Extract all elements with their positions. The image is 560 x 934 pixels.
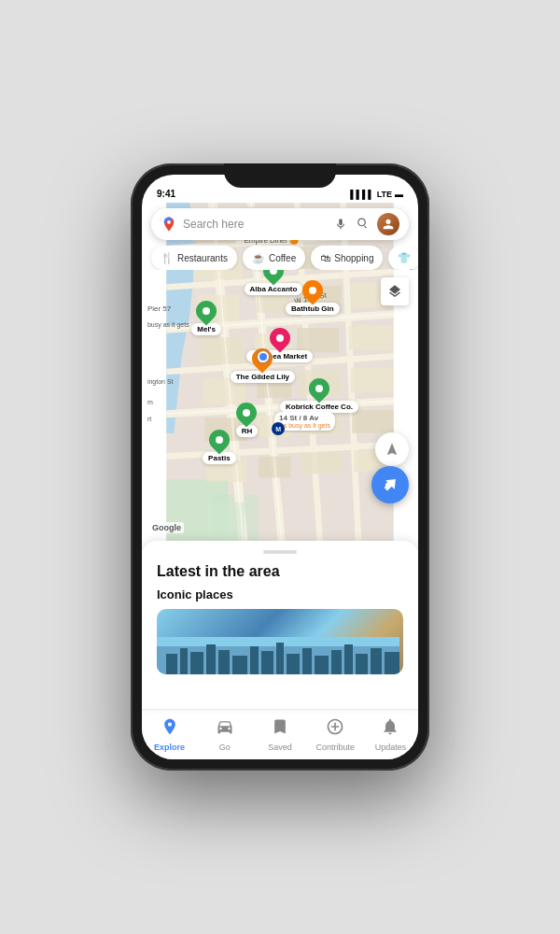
map-area[interactable]: Search here 🍴 Restaurants ☕ <box>142 203 418 541</box>
pin-pastis[interactable]: Pastis <box>203 430 236 464</box>
pier-busy-label: busy as it gets <box>147 321 189 328</box>
filter-chips: 🍴 Restaurants ☕ Coffee 🛍 Shopping 👕 <box>142 246 418 270</box>
restaurants-icon: 🍴 <box>161 252 174 264</box>
updates-label: Updates <box>375 743 407 752</box>
svg-rect-45 <box>206 644 216 674</box>
pin-bathtub-gin[interactable]: Bathtub Gin <box>286 280 340 315</box>
updates-icon <box>381 717 399 741</box>
signal-icon: ▌▌▌▌ <box>350 190 374 199</box>
shopping-icon: 🛍 <box>320 252 330 263</box>
svg-rect-53 <box>315 656 329 674</box>
ington-st-label: ington St <box>147 378 174 385</box>
svg-rect-47 <box>232 656 247 674</box>
notch <box>224 163 336 188</box>
rt-label: rt <box>147 416 151 422</box>
lens-icon[interactable] <box>355 216 371 233</box>
svg-rect-56 <box>356 654 368 674</box>
svg-rect-44 <box>190 652 203 674</box>
svg-rect-58 <box>385 652 399 674</box>
sub-title: Iconic places <box>157 587 403 601</box>
chip-more[interactable]: 👕 <box>388 246 418 270</box>
svg-rect-42 <box>166 654 177 674</box>
bottom-sheet: Latest in the area Iconic places <box>142 541 418 709</box>
google-map-logo: Google <box>149 522 184 533</box>
bottom-nav: Explore Go Saved Contribute <box>142 709 418 759</box>
search-placeholder: Search here <box>183 218 327 231</box>
battery-icon: ▬ <box>395 190 403 199</box>
go-label: Go <box>219 743 231 752</box>
nav-explore[interactable]: Explore <box>142 712 197 757</box>
sheet-handle <box>263 550 297 554</box>
search-bar[interactable]: Search here <box>151 208 409 240</box>
svg-rect-43 <box>180 648 188 674</box>
navigation-button[interactable] <box>375 432 409 466</box>
direction-button[interactable] <box>371 466 409 503</box>
svg-rect-48 <box>250 646 259 674</box>
contribute-icon <box>326 717 344 741</box>
pin-mels[interactable]: Mel's <box>191 301 221 335</box>
status-icons: ▌▌▌▌ LTE ▬ <box>350 190 403 199</box>
nav-saved[interactable]: Saved <box>252 712 307 757</box>
chip-coffee-label: Coffee <box>269 253 296 263</box>
nav-go[interactable]: Go <box>197 712 252 757</box>
chip-shopping-label: Shopping <box>334 253 373 263</box>
google-maps-logo <box>161 216 177 233</box>
svg-rect-49 <box>261 651 273 674</box>
svg-rect-50 <box>276 643 284 674</box>
shirt-icon: 👕 <box>398 252 411 264</box>
explore-label: Explore <box>154 743 185 752</box>
nav-updates[interactable]: Updates <box>363 712 418 757</box>
svg-rect-34 <box>301 452 342 474</box>
section-title: Latest in the area <box>157 563 403 580</box>
svg-rect-36 <box>208 502 245 541</box>
svg-rect-46 <box>218 650 230 674</box>
chip-coffee[interactable]: ☕ Coffee <box>243 246 305 270</box>
skyline-svg <box>157 637 399 674</box>
place-image[interactable] <box>157 609 403 674</box>
mic-icon[interactable] <box>332 216 349 233</box>
svg-rect-52 <box>302 648 312 674</box>
explore-icon <box>161 717 179 741</box>
svg-rect-31 <box>352 410 393 433</box>
svg-rect-51 <box>287 654 300 674</box>
nav-contribute[interactable]: Contribute <box>308 712 363 757</box>
coffee-icon: ☕ <box>252 252 265 264</box>
pin-rh[interactable]: RH <box>236 403 259 437</box>
svg-rect-23 <box>349 326 394 350</box>
saved-icon <box>271 717 289 741</box>
svg-rect-54 <box>331 650 342 674</box>
svg-rect-57 <box>371 648 382 674</box>
go-icon <box>216 717 234 741</box>
chip-restaurants-label: Restaurants <box>177 253 228 263</box>
saved-label: Saved <box>268 743 292 752</box>
phone-screen: 9:41 ▌▌▌▌ LTE ▬ <box>142 175 418 759</box>
user-avatar[interactable] <box>377 213 399 235</box>
chip-restaurants[interactable]: 🍴 Restaurants <box>151 246 237 270</box>
phone-frame: 9:41 ▌▌▌▌ LTE ▬ <box>131 163 429 771</box>
chip-shopping[interactable]: 🛍 Shopping <box>311 246 383 270</box>
pin-kobrick[interactable]: Kobrick Coffee Co. <box>280 378 358 413</box>
svg-rect-55 <box>344 644 353 674</box>
status-time: 9:41 <box>157 189 175 199</box>
pier-57-label: Pier 57 <box>147 304 171 313</box>
contribute-label: Contribute <box>315 743 355 752</box>
layers-button[interactable] <box>381 277 409 305</box>
m-label: m <box>147 399 153 405</box>
network-label: LTE <box>377 190 392 199</box>
svg-point-39 <box>167 220 171 224</box>
